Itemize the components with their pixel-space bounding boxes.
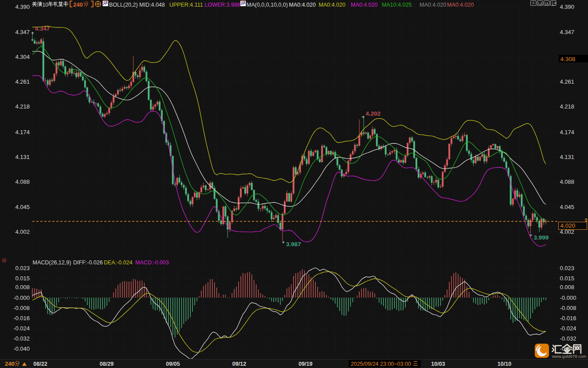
svg-text:UPPER:4.111: UPPER:4.111 bbox=[169, 2, 203, 8]
svg-text:4.347: 4.347 bbox=[15, 29, 30, 35]
svg-text:4.174: 4.174 bbox=[15, 129, 30, 136]
svg-text:0.023: 0.023 bbox=[560, 265, 575, 271]
svg-text:MA0:4.020: MA0:4.020 bbox=[419, 2, 447, 8]
svg-text:4.131: 4.131 bbox=[560, 154, 575, 160]
svg-text:LOWER:3.986: LOWER:3.986 bbox=[204, 2, 240, 8]
svg-text:4.045: 4.045 bbox=[560, 204, 575, 210]
svg-text:2025/09/24 23:00~03:00: 2025/09/24 23:00~03:00 bbox=[351, 361, 411, 367]
svg-text:09/12: 09/12 bbox=[232, 361, 246, 367]
svg-text:10: 10 bbox=[43, 2, 49, 8]
svg-text:-0.000: -0.000 bbox=[560, 294, 576, 301]
svg-text:08/22: 08/22 bbox=[33, 361, 47, 367]
svg-text:4.020: 4.020 bbox=[561, 222, 576, 229]
svg-text:4.088: 4.088 bbox=[15, 178, 30, 185]
svg-text:MA0:4.020: MA0:4.020 bbox=[289, 2, 316, 8]
svg-text:-0.040: -0.040 bbox=[560, 345, 576, 352]
svg-text:-0.000: -0.000 bbox=[13, 294, 30, 301]
svg-text:4.174: 4.174 bbox=[560, 129, 575, 136]
svg-text:4.088: 4.088 bbox=[560, 178, 575, 185]
svg-text:-0.016: -0.016 bbox=[560, 315, 576, 322]
svg-text:-0.016: -0.016 bbox=[13, 315, 30, 322]
svg-text:MA0:4.020: MA0:4.020 bbox=[351, 2, 378, 8]
svg-text:4.347: 4.347 bbox=[560, 29, 575, 35]
svg-text:09/19: 09/19 bbox=[298, 361, 312, 367]
svg-text:0.023: 0.023 bbox=[15, 265, 30, 271]
svg-text:www.gold678.com: www.gold678.com bbox=[552, 354, 586, 359]
svg-text:4.131: 4.131 bbox=[15, 154, 30, 160]
svg-text:4.308: 4.308 bbox=[561, 56, 576, 62]
svg-text:MACD(26,12,9): MACD(26,12,9) bbox=[33, 260, 71, 266]
svg-text:0.008: 0.008 bbox=[560, 284, 575, 291]
svg-text:MA(0,0,0,10,0,0): MA(0,0,0,10,0,0) bbox=[247, 2, 288, 8]
svg-text:-0.032: -0.032 bbox=[560, 335, 576, 342]
svg-text:4.347: 4.347 bbox=[35, 25, 50, 32]
svg-text:4.390: 4.390 bbox=[15, 4, 30, 10]
svg-text:4.261: 4.261 bbox=[15, 78, 30, 85]
svg-text:-0.024: -0.024 bbox=[560, 325, 576, 332]
svg-text:4.045: 4.045 bbox=[15, 204, 30, 210]
svg-text:-0.024: -0.024 bbox=[13, 325, 30, 332]
svg-text:3.999: 3.999 bbox=[534, 234, 549, 241]
svg-text:-0.008: -0.008 bbox=[13, 305, 30, 311]
svg-text:4.218: 4.218 bbox=[15, 103, 30, 110]
svg-text:4.261: 4.261 bbox=[560, 78, 575, 85]
svg-text:MACD:-0.003: MACD:-0.003 bbox=[135, 260, 169, 266]
svg-text:240: 240 bbox=[73, 1, 83, 8]
svg-text:4.202: 4.202 bbox=[366, 110, 381, 117]
svg-text:-0.032: -0.032 bbox=[13, 335, 30, 342]
svg-text:DIFF:-0.026: DIFF:-0.026 bbox=[73, 260, 103, 266]
svg-text:-0.040: -0.040 bbox=[13, 345, 30, 352]
svg-text:10/03: 10/03 bbox=[431, 361, 445, 367]
svg-text:0.015: 0.015 bbox=[560, 275, 575, 282]
svg-text:0.015: 0.015 bbox=[15, 275, 30, 282]
svg-text:3.987: 3.987 bbox=[286, 241, 301, 248]
svg-text:4.304: 4.304 bbox=[15, 54, 30, 60]
svg-text:0.008: 0.008 bbox=[15, 284, 30, 291]
svg-text:BOLL(20,2) MID:4.048: BOLL(20,2) MID:4.048 bbox=[109, 2, 165, 8]
svg-text:MA0:4.020: MA0:4.020 bbox=[319, 2, 346, 8]
svg-text:MA0:4.020: MA0:4.020 bbox=[447, 2, 474, 8]
svg-text:08/29: 08/29 bbox=[100, 361, 114, 367]
svg-text:4.218: 4.218 bbox=[560, 103, 575, 110]
svg-text:-0.008: -0.008 bbox=[560, 305, 576, 311]
svg-text:10/10: 10/10 bbox=[498, 361, 511, 367]
svg-text:09/05: 09/05 bbox=[166, 361, 180, 367]
svg-text:4.390: 4.390 bbox=[560, 4, 575, 10]
svg-text:4.002: 4.002 bbox=[15, 229, 30, 235]
svg-text:DEA:-0.024: DEA:-0.024 bbox=[104, 260, 133, 266]
svg-text:240: 240 bbox=[5, 360, 15, 367]
svg-text:MA10:4.025: MA10:4.025 bbox=[382, 2, 412, 8]
